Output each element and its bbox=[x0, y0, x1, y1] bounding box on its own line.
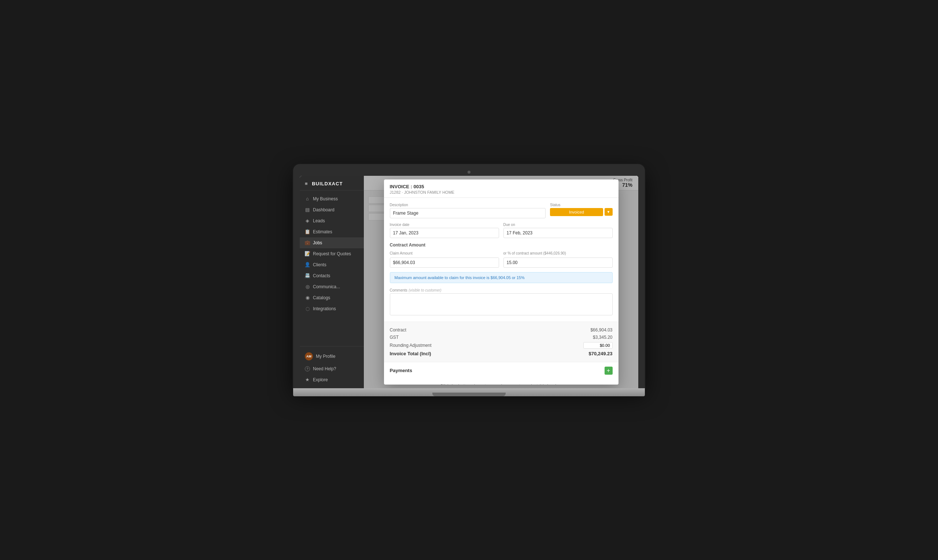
info-banner-text: Maximum amount available to claim for th… bbox=[394, 275, 525, 280]
sidebar-bottom: AM My Profile ? Need Help? ★ Explore bbox=[300, 346, 364, 388]
contract-label: Contract bbox=[390, 328, 407, 332]
avatar: AM bbox=[305, 352, 313, 360]
sidebar-item-label: Catalogs bbox=[313, 295, 330, 300]
percent-label: or % of contract amount ($446,026.90) bbox=[504, 251, 613, 255]
invoice-total-value: $70,249.23 bbox=[588, 351, 612, 356]
sidebar-item-label: Leads bbox=[313, 218, 325, 223]
sidebar-item-contacts[interactable]: 📇 Contacts bbox=[300, 270, 364, 281]
payments-empty-text: Click the button above to record payment… bbox=[390, 378, 613, 385]
sidebar-item-label: Integrations bbox=[313, 306, 336, 311]
comments-label: Comments bbox=[390, 288, 407, 292]
main-content: Gross Profit 71% bbox=[364, 176, 638, 388]
status-dropdown-button[interactable]: ▼ bbox=[605, 208, 613, 216]
invoice-date-input[interactable] bbox=[390, 228, 499, 238]
sidebar-item-integrations[interactable]: ◌ Integrations bbox=[300, 303, 364, 314]
contract-value: $66,904.03 bbox=[590, 328, 612, 332]
dashboard-icon: ▤ bbox=[305, 207, 310, 212]
sidebar-item-catalogs[interactable]: ◉ Catalogs bbox=[300, 292, 364, 303]
sidebar-item-profile[interactable]: AM My Profile bbox=[300, 349, 364, 363]
sidebar-nav: ⌂ My Business ▤ Dashboard ◈ Leads bbox=[300, 191, 364, 346]
invoice-modal: INVOICE : 0035 J1282 · JOHNSTON FAMILY H… bbox=[384, 180, 619, 385]
sidebar-item-help[interactable]: ? Need Help? bbox=[300, 363, 364, 374]
gst-label: GST bbox=[390, 335, 399, 340]
sidebar-item-label: Dashboard bbox=[313, 207, 334, 212]
rounding-input[interactable] bbox=[583, 342, 613, 349]
sidebar-item-jobs[interactable]: 💼 Jobs bbox=[300, 237, 364, 248]
sidebar-item-label: Clients bbox=[313, 262, 327, 268]
status-label: Status bbox=[550, 203, 612, 207]
description-input[interactable] bbox=[390, 208, 546, 218]
sidebar-item-communications[interactable]: ◎ Communica... bbox=[300, 281, 364, 292]
invoice-total-label: Invoice Total (Incl) bbox=[390, 351, 431, 356]
payments-section: Payments + Click the button above to rec… bbox=[384, 362, 619, 385]
sidebar-item-label: Request for Quotes bbox=[313, 251, 351, 256]
status-badge: Invoiced bbox=[550, 208, 603, 216]
estimates-icon: 📋 bbox=[305, 229, 310, 234]
due-on-input[interactable] bbox=[504, 228, 613, 238]
info-banner: Maximum amount available to claim for th… bbox=[390, 272, 613, 283]
claim-amount-label: Claim Amount bbox=[390, 251, 499, 255]
comments-sublabel: (visible to customer) bbox=[408, 288, 441, 292]
sidebar-item-label: Jobs bbox=[313, 240, 322, 245]
sidebar-item-label: My Profile bbox=[316, 354, 335, 359]
invoice-number: INVOICE : 0035 bbox=[390, 184, 613, 189]
app-name: BUILDXACT bbox=[312, 181, 343, 186]
due-on-label: Due on bbox=[504, 223, 613, 227]
invoice-date-label: Invoice date bbox=[390, 223, 499, 227]
sidebar-item-estimates[interactable]: 📋 Estimates bbox=[300, 226, 364, 237]
menu-icon: ≡ bbox=[305, 181, 308, 186]
leads-icon: ◈ bbox=[305, 218, 310, 223]
modal-overlay: INVOICE : 0035 J1282 · JOHNSTON FAMILY H… bbox=[364, 176, 638, 388]
sidebar-item-rfq[interactable]: 📝 Request for Quotes bbox=[300, 248, 364, 259]
sidebar-item-explore[interactable]: ★ Explore bbox=[300, 374, 364, 385]
help-icon: ? bbox=[305, 366, 310, 371]
modal-body: Description Status Invoiced ▼ bbox=[384, 198, 619, 322]
percent-input[interactable] bbox=[504, 257, 613, 268]
sidebar-item-my-business[interactable]: ⌂ My Business bbox=[300, 193, 364, 205]
gst-value: $3,345.20 bbox=[593, 335, 612, 340]
catalogs-icon: ◉ bbox=[305, 295, 310, 300]
add-payment-button[interactable]: + bbox=[605, 367, 613, 375]
explore-icon: ★ bbox=[305, 377, 310, 382]
job-ref: J1282 · JOHNSTON FAMILY HOME bbox=[390, 190, 613, 194]
payments-title: Payments bbox=[390, 368, 412, 373]
modal-header: INVOICE : 0035 J1282 · JOHNSTON FAMILY H… bbox=[384, 180, 619, 198]
contacts-icon: 📇 bbox=[305, 273, 310, 278]
clients-icon: 👤 bbox=[305, 262, 310, 268]
integrations-icon: ◌ bbox=[305, 306, 310, 311]
comments-textarea[interactable] bbox=[390, 293, 613, 315]
sidebar-item-label: My Business bbox=[313, 196, 338, 202]
sidebar-item-label: Explore bbox=[313, 377, 328, 382]
sidebar-item-label: Contacts bbox=[313, 273, 330, 278]
rfq-icon: 📝 bbox=[305, 251, 310, 256]
sidebar-item-leads[interactable]: ◈ Leads bbox=[300, 215, 364, 226]
payments-empty-message: Click the button above to record payment… bbox=[440, 383, 562, 385]
jobs-icon: 💼 bbox=[305, 240, 310, 245]
app-logo[interactable]: ≡ BUILDXACT bbox=[300, 176, 364, 191]
claim-amount-input[interactable] bbox=[390, 257, 499, 268]
sidebar-item-label: Communica... bbox=[313, 284, 340, 289]
laptop-base bbox=[293, 388, 645, 396]
sidebar-item-label: Need Help? bbox=[313, 366, 336, 371]
sidebar-item-label: Estimates bbox=[313, 229, 332, 234]
sidebar-item-dashboard[interactable]: ▤ Dashboard bbox=[300, 205, 364, 215]
communications-icon: ◎ bbox=[305, 284, 310, 289]
rounding-label: Rounding Adjustment bbox=[390, 343, 431, 348]
home-icon: ⌂ bbox=[305, 196, 310, 202]
contract-amount-title: Contract Amount bbox=[390, 243, 613, 248]
description-label: Description bbox=[390, 203, 546, 207]
sidebar-item-clients[interactable]: 👤 Clients bbox=[300, 259, 364, 270]
sidebar: ≡ BUILDXACT ⌂ My Business ▤ Dashboard bbox=[300, 176, 364, 388]
totals-section: Contract $66,904.03 GST $3,345.20 Roundi… bbox=[384, 322, 619, 362]
